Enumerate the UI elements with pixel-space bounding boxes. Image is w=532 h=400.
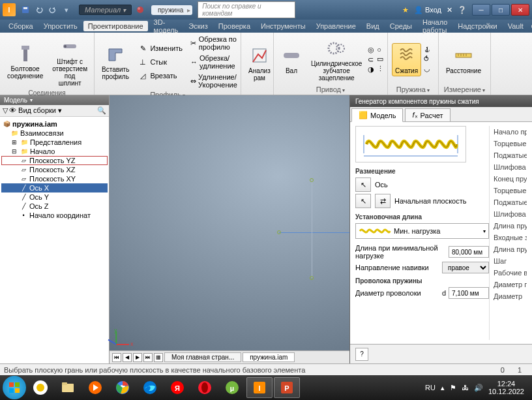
tray-lang[interactable]: RU — [425, 384, 436, 392]
winding-direction-select[interactable]: правое — [442, 262, 489, 273]
task-chrome[interactable] — [110, 377, 136, 398]
tray-clock[interactable]: 12:24 10.12.2022 — [488, 380, 524, 395]
material-selector[interactable]: Материал ▾ — [79, 5, 132, 15]
miter-button[interactable]: ◿Врезать — [135, 69, 185, 82]
qat-save-icon[interactable] — [20, 4, 31, 16]
install-length-combo[interactable]: Мин. нагрузка — [355, 223, 489, 239]
qat-undo-icon[interactable] — [33, 4, 45, 16]
task-inventor[interactable]: I — [246, 377, 273, 398]
tor-spring-icon[interactable]: ⥀ — [424, 55, 431, 63]
close-button[interactable]: ✕ — [511, 4, 529, 16]
ext-spring-icon[interactable]: ⫝̸ — [424, 46, 431, 54]
tab-sketch[interactable]: Эскиз — [184, 21, 212, 31]
key-icon[interactable]: ▭ — [377, 55, 384, 63]
frame-analysis-button[interactable]: Анализ рам — [245, 43, 274, 84]
bel-spring-icon[interactable]: ◡ — [424, 65, 431, 73]
dialog-tab-calc[interactable]: fₓРасчет — [405, 108, 450, 122]
vp-nav-prev[interactable]: ◀ — [123, 353, 132, 362]
tree-origin-point[interactable]: •Начало координат — [1, 211, 108, 220]
filter-icon[interactable]: ▽ — [3, 106, 8, 115]
tab-vault[interactable]: Vault — [503, 21, 528, 31]
task-explorer[interactable] — [55, 377, 81, 398]
tab-tools[interactable]: Инструменты — [256, 21, 310, 31]
oring-icon[interactable]: ○ — [377, 46, 384, 54]
belt-icon[interactable]: ⊂ — [368, 55, 374, 64]
vp-tab-doc[interactable]: пружина.iam — [243, 352, 295, 362]
start-button[interactable] — [3, 376, 26, 399]
tab-view[interactable]: Вид — [362, 21, 384, 31]
task-utorrent[interactable]: µ — [219, 377, 245, 398]
bolted-connection-button[interactable]: Болтовое соединение — [4, 41, 46, 82]
tree-root[interactable]: 📦пружина.iam — [1, 119, 108, 129]
login-link[interactable]: 👤 Вход — [410, 6, 445, 14]
spline-icon[interactable]: ⋮ — [377, 65, 384, 73]
find-icon[interactable]: 🔍 — [97, 106, 106, 115]
tray-network-icon[interactable]: 🖧 — [462, 384, 469, 392]
minimize-button[interactable]: ─ — [472, 4, 490, 16]
dialog-help-button[interactable]: ? — [355, 348, 368, 361]
tab-assembly[interactable]: Сборка — [4, 21, 38, 31]
tab-addins[interactable]: Надстройки — [453, 21, 501, 31]
search-input[interactable]: Поиск по справке и командам — [198, 1, 295, 18]
maximize-button[interactable]: □ — [492, 4, 510, 16]
tray-up-icon[interactable]: ▴ — [441, 384, 445, 392]
task-media[interactable] — [82, 377, 108, 398]
tree-origin[interactable]: ⊟📁Начало — [1, 147, 108, 156]
tree-plane-yz[interactable]: ▱Плоскость YZ — [1, 156, 108, 165]
model-panel-header[interactable]: Модель — [0, 95, 109, 105]
bearing-icon[interactable]: ◎ — [368, 46, 374, 54]
task-powerpoint[interactable]: P — [274, 377, 300, 398]
qat-redo-icon[interactable] — [47, 4, 59, 16]
trim-profile-button[interactable]: ✂Обрезка по профилю — [188, 34, 244, 52]
tree-axis-y[interactable]: ╱Ось Y — [1, 192, 108, 202]
spur-gear-button[interactable]: Цилиндрическое зубчатое зацепление — [308, 36, 365, 84]
tree-axis-z[interactable]: ╱Ось Z — [1, 202, 108, 211]
compression-spring-button[interactable]: Сжатия — [392, 43, 421, 76]
pick-plane-button[interactable]: ↖ — [355, 194, 371, 208]
task-yandex[interactable] — [27, 377, 53, 398]
scene-handle[interactable] — [310, 276, 314, 280]
task-yandex-browser[interactable]: Я — [164, 377, 190, 398]
tab-manage[interactable]: Управление — [312, 21, 361, 31]
tab-inspect[interactable]: Проверка — [214, 21, 255, 31]
tray-volume-icon[interactable]: 🔊 — [474, 384, 483, 392]
insert-profile-button[interactable]: Вставить профиль — [98, 42, 132, 82]
tab-design[interactable]: Проектирование — [83, 21, 148, 31]
appearance-icon[interactable] — [134, 4, 146, 16]
dialog-tab-model[interactable]: 🟨Модель — [351, 108, 403, 122]
tab-environments[interactable]: Среды — [385, 21, 417, 31]
pin-button[interactable]: Штифт с отверстием под шплинт — [49, 34, 91, 89]
shaft-button[interactable]: Вал — [278, 43, 305, 76]
vp-nav-last[interactable]: ⏭ — [143, 353, 153, 362]
pick-axis-button[interactable]: ↖ — [355, 177, 371, 192]
vp-nav-first[interactable]: ⏮ — [112, 353, 121, 362]
exchange-icon[interactable]: ✕ — [447, 6, 452, 14]
vp-grid-icon[interactable]: ▦ — [154, 353, 163, 362]
favorite-icon[interactable]: ★ — [402, 6, 409, 14]
help-icon[interactable]: ❔ — [454, 6, 471, 14]
tab-simplify[interactable]: Упростить — [39, 21, 82, 31]
tree-plane-xz[interactable]: ▱Плоскость XZ — [1, 165, 108, 174]
flip-button[interactable]: ⇄ — [375, 194, 391, 208]
length-min-load-input[interactable] — [449, 246, 489, 258]
tree-representations[interactable]: ⊞📁Представления — [1, 138, 108, 147]
cam-icon[interactable]: ◑ — [368, 65, 374, 74]
measure-button[interactable]: Расстояние — [443, 43, 484, 76]
scene-handle[interactable] — [310, 178, 314, 182]
tray-flag-icon[interactable]: ⚑ — [450, 384, 456, 392]
task-opera[interactable] — [192, 377, 218, 398]
app-icon[interactable]: I — [3, 3, 16, 16]
wire-diameter-input[interactable] — [449, 287, 489, 299]
tree-axis-x[interactable]: ╱Ось X — [1, 183, 108, 192]
task-edge[interactable] — [137, 377, 163, 398]
view-mode-selector[interactable]: 👁 Вид сборки ▾ — [9, 106, 96, 115]
scene-handle[interactable] — [277, 230, 281, 234]
joint-button[interactable]: ⊥Стык — [135, 55, 185, 69]
edit-profile-button[interactable]: ✎Изменить — [135, 42, 185, 55]
tree-plane-xy[interactable]: ▱Плоскость XY — [1, 174, 108, 183]
vp-nav-next[interactable]: ▶ — [133, 353, 142, 362]
lengthen-button[interactable]: ⇔Удлинение/Укорочение — [188, 72, 244, 90]
trim-extend-button[interactable]: ↔Обрезка/удлинение — [188, 53, 244, 71]
vp-tab-home[interactable]: Моя главная стран... — [164, 352, 241, 362]
qat-dropdown-icon[interactable]: ▾ — [61, 4, 72, 16]
